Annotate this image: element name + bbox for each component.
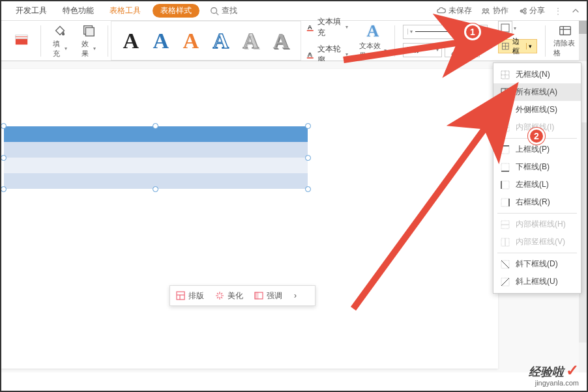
sparkle-icon [214,290,225,301]
dd-outside-border[interactable]: 外侧框线(S) [493,101,581,119]
dd-diag-up[interactable]: 斜上框线(U) [493,273,581,290]
svg-point-3 [486,8,489,11]
watermark: 经验啦 ✓ jingyanla.com [529,362,579,387]
share-label: 分享 [529,5,545,16]
svg-rect-41 [501,181,509,189]
no-border-icon [500,70,510,80]
line-style-select[interactable]: ▾ [403,25,488,39]
svg-text:A: A [307,51,312,58]
dd-label: 右框线(R) [516,197,550,208]
dd-label: 内部框线(I) [516,122,554,133]
dd-left-border[interactable]: 左框线(L) [493,176,581,193]
ribbon-scroll[interactable] [579,21,587,61]
dd-label: 无框线(N) [516,69,550,80]
diag-up-icon [500,277,510,287]
apply-button[interactable]: 应用 [445,43,480,57]
tab-dev-tools[interactable]: 开发工具 [8,5,55,16]
float-emphasize-label: 强调 [267,290,282,301]
dd-all-border[interactable]: 所有框线(A) [493,83,581,101]
dd-right-border[interactable]: 右框线(R) [493,193,581,211]
dd-no-border[interactable]: 无框线(N) [493,66,581,83]
wordart-style-3[interactable]: A [177,29,205,53]
text-fill-label: 文本填充 [317,16,344,38]
wordart-style-6[interactable]: A [267,29,295,53]
effect-button[interactable]: 效果▾ [78,21,100,61]
apply-label: 应用 [460,45,474,55]
unsaved-link[interactable]: 未保存 [437,5,472,16]
bottom-border-icon [500,162,510,173]
share-icon [518,7,527,16]
fill-button[interactable]: 填充▾ [49,21,71,61]
text-fill-button[interactable]: A 文本填充▾ [306,16,349,38]
dd-top-border[interactable]: 上框线(P) [493,141,581,158]
clear-table-label: 清除表格 [553,38,578,58]
border-color-icon [500,23,510,33]
tab-table-style[interactable]: 表格样式 [153,4,199,18]
resize-handle[interactable] [1,123,7,129]
swatch-icon [14,34,29,48]
outside-border-icon [500,105,510,115]
table-object[interactable] [4,126,308,189]
svg-point-2 [483,8,486,11]
dd-label: 下框线(B) [516,161,550,173]
eraser-icon [558,24,572,38]
border-dropdown: 无框线(N) 所有框线(A) 外侧框线(S) 内部框线(I) 上框线(P) 下框… [493,63,581,294]
color-swatch[interactable] [10,31,33,51]
wordart-style-5[interactable]: A [237,29,265,53]
dd-label: 内部横框线(H) [516,219,566,230]
wordart-style-2[interactable]: A [147,29,175,53]
weight-value: 1 磅 [406,45,419,55]
border-color[interactable] [498,21,512,35]
dd-bottom-border[interactable]: 下框线(B) [493,158,581,176]
collab-link[interactable]: 协作 [481,5,508,16]
clear-table-button[interactable]: 清除表格 [553,24,578,58]
border-icon [501,41,510,51]
svg-rect-12 [307,57,314,59]
search-button[interactable]: 查找 [210,5,237,16]
text-outline-icon: A [306,49,315,60]
dd-diag-down[interactable]: 斜下框线(D) [493,255,581,273]
text-effect-label: 文本效果 [359,41,383,61]
svg-line-1 [216,12,219,15]
resize-handle[interactable] [305,123,311,129]
left-border-icon [500,180,510,190]
more-menu[interactable]: ⋮ [554,7,562,16]
border-button[interactable]: 边框 ▾ [498,39,537,53]
collab-icon [481,7,490,16]
float-more[interactable]: › [287,291,303,300]
svg-rect-39 [501,163,509,171]
share-link[interactable]: 分享 [518,5,545,16]
wordart-style-4[interactable]: A [207,29,235,53]
svg-rect-4 [16,38,27,44]
line-weight-select[interactable]: 1 磅▾ [403,43,442,57]
resize-handle[interactable] [153,186,158,192]
cloud-icon [437,7,446,16]
text-effect-button[interactable]: A 文本效果▾ [359,21,387,61]
border-color-dd[interactable]: ▾ [514,25,516,31]
dd-inside-border: 内部框线(I) [493,119,581,136]
resize-handle[interactable] [1,186,7,192]
resize-handle[interactable] [1,155,7,161]
layout-icon [175,290,186,301]
resize-handle[interactable] [305,186,311,192]
svg-line-50 [501,260,509,268]
dd-label: 斜下框线(D) [516,259,558,270]
float-layout[interactable]: 排版 [170,286,209,305]
wordart-style-1[interactable]: A [117,29,145,53]
unsaved-label: 未保存 [448,5,472,16]
fill-label: 填充 [53,39,63,59]
dd-label: 内部竖框线(V) [516,236,565,247]
diag-down-icon [500,259,510,270]
collab-label: 协作 [493,5,508,16]
resize-handle[interactable] [305,155,311,161]
float-emphasize[interactable]: 强调 [248,286,287,305]
resize-handle[interactable] [153,123,158,129]
tab-feature[interactable]: 特色功能 [55,5,102,16]
inside-border-icon [500,122,510,133]
tab-table-tools[interactable]: 表格工具 [102,5,149,16]
collapse-ribbon-icon[interactable] [571,7,580,16]
float-beautify[interactable]: 美化 [209,286,248,305]
slide-page [1,69,498,369]
all-border-icon [500,87,510,98]
svg-rect-20 [177,292,184,300]
